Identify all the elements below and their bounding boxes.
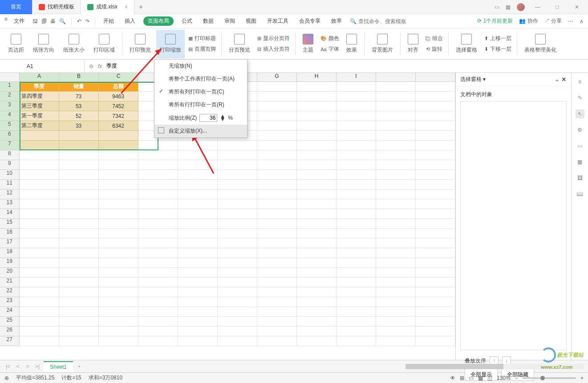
cell[interactable] <box>59 219 99 229</box>
cell[interactable] <box>178 189 218 199</box>
zoom-in-button[interactable]: + <box>580 375 584 381</box>
menu-dev[interactable]: 开发工具 <box>264 16 291 26</box>
cell[interactable]: 53 <box>59 101 99 111</box>
cell[interactable] <box>59 199 99 209</box>
cell[interactable] <box>20 278 59 287</box>
cell[interactable] <box>376 248 416 258</box>
cell[interactable] <box>337 336 376 346</box>
cell[interactable] <box>297 297 337 307</box>
row-header[interactable]: 18 <box>0 248 20 258</box>
cell[interactable] <box>376 258 416 268</box>
cell[interactable] <box>257 121 297 131</box>
menu-icon[interactable]: ≡ <box>4 16 8 26</box>
cell[interactable] <box>257 189 297 199</box>
color-button[interactable]: 🎨 颜色 <box>319 34 341 44</box>
cell[interactable] <box>138 209 178 219</box>
row-header[interactable]: 19 <box>0 258 20 268</box>
cell[interactable] <box>416 189 455 199</box>
cell[interactable] <box>59 141 99 150</box>
cell[interactable] <box>297 336 337 346</box>
cell[interactable] <box>376 327 416 336</box>
cell[interactable] <box>376 92 416 101</box>
row-header[interactable]: 9 <box>0 160 20 170</box>
cell[interactable] <box>178 199 218 209</box>
hamburger-icon[interactable]: ≡ <box>576 77 584 86</box>
cell[interactable] <box>59 268 99 278</box>
cell[interactable] <box>376 111 416 121</box>
cell[interactable] <box>218 297 257 307</box>
cell[interactable] <box>99 317 138 327</box>
cell[interactable] <box>297 82 337 92</box>
name-box[interactable]: A1 <box>0 60 85 73</box>
cell[interactable] <box>178 238 218 248</box>
row-header[interactable]: 2 <box>0 92 20 101</box>
menu-start[interactable]: 开始 <box>101 16 117 26</box>
cell[interactable] <box>99 248 138 258</box>
cell[interactable] <box>218 238 257 248</box>
cell[interactable] <box>416 82 455 92</box>
cell[interactable] <box>416 238 455 248</box>
cell[interactable] <box>99 209 138 219</box>
cell[interactable] <box>178 150 218 160</box>
cell[interactable] <box>257 199 297 209</box>
cell[interactable] <box>138 180 178 189</box>
objects-list[interactable] <box>460 101 567 350</box>
cell[interactable] <box>59 297 99 307</box>
cell[interactable] <box>416 150 455 160</box>
cell[interactable] <box>138 141 178 150</box>
cell[interactable] <box>416 229 455 238</box>
cell[interactable] <box>297 180 337 189</box>
cell[interactable] <box>20 131 59 141</box>
cell[interactable] <box>376 238 416 248</box>
cell[interactable] <box>257 258 297 268</box>
cell[interactable] <box>297 199 337 209</box>
cell[interactable] <box>257 307 297 317</box>
cell[interactable] <box>337 141 376 150</box>
cell[interactable] <box>218 287 257 297</box>
cell[interactable] <box>59 327 99 336</box>
cell[interactable] <box>376 278 416 287</box>
cell[interactable]: 销量 <box>59 82 99 92</box>
cell[interactable] <box>416 131 455 141</box>
cell[interactable] <box>138 248 178 258</box>
cell[interactable] <box>337 180 376 189</box>
cell[interactable] <box>416 307 455 317</box>
maximize-button[interactable]: □ <box>551 4 564 10</box>
cell[interactable] <box>99 258 138 268</box>
cell[interactable] <box>416 92 455 101</box>
cell[interactable] <box>138 287 178 297</box>
cell[interactable]: 6342 <box>99 121 138 131</box>
row-header[interactable]: 7 <box>0 141 20 150</box>
cell[interactable] <box>297 92 337 101</box>
orientation-button[interactable]: 纸张方向 <box>29 30 58 58</box>
close-button[interactable]: ✕ <box>570 4 584 10</box>
cell[interactable] <box>376 209 416 219</box>
cell[interactable] <box>376 268 416 278</box>
cell[interactable] <box>218 199 257 209</box>
more-icon[interactable]: ⋯ <box>568 18 573 24</box>
movedown-button[interactable]: ⬇ 下移一层 <box>483 44 513 54</box>
view-normal-icon[interactable]: ▭ <box>469 375 474 381</box>
cell[interactable] <box>20 219 59 229</box>
cell[interactable] <box>59 258 99 268</box>
cell[interactable] <box>337 219 376 229</box>
row-header[interactable]: 23 <box>0 297 20 307</box>
cell[interactable] <box>376 307 416 317</box>
cell[interactable] <box>138 238 178 248</box>
cell[interactable] <box>20 287 59 297</box>
cell[interactable] <box>337 287 376 297</box>
cell[interactable] <box>257 92 297 101</box>
row-header[interactable]: 6 <box>0 131 20 141</box>
cell[interactable] <box>178 297 218 307</box>
cell[interactable] <box>20 229 59 238</box>
cell[interactable] <box>337 307 376 317</box>
command-search[interactable]: 🔍 <box>350 18 412 24</box>
cell[interactable] <box>416 317 455 327</box>
cell[interactable] <box>257 111 297 121</box>
cell[interactable] <box>59 317 99 327</box>
cell[interactable] <box>297 258 337 268</box>
cell[interactable] <box>416 248 455 258</box>
avatar[interactable] <box>517 3 525 11</box>
cell[interactable] <box>416 287 455 297</box>
cell[interactable] <box>297 209 337 219</box>
